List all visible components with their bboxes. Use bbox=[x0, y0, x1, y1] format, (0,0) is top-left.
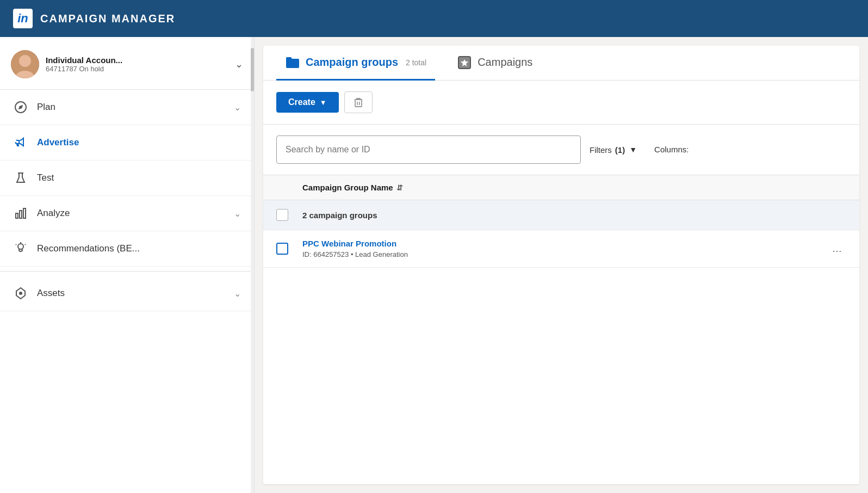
main-content: Campaign groups 2 total Campaigns Create… bbox=[263, 46, 859, 484]
column-header-name: Campaign Group Name ⇵ bbox=[302, 183, 403, 192]
flask-icon bbox=[13, 170, 28, 186]
linkedin-logo-text: in bbox=[17, 11, 28, 26]
app-title: CAMPAIGN MANAGER bbox=[40, 13, 175, 25]
megaphone-icon bbox=[13, 135, 28, 150]
main-layout: Individual Accoun... 64711787 On hold ⌄ … bbox=[0, 37, 868, 493]
svg-line-10 bbox=[16, 244, 16, 245]
filters-chevron-icon: ▼ bbox=[629, 145, 637, 154]
summary-checkbox[interactable] bbox=[276, 209, 288, 221]
toolbar: Create ▼ bbox=[263, 81, 859, 125]
filters-count: (1) bbox=[615, 145, 625, 155]
tab-campaign-groups[interactable]: Campaign groups 2 total bbox=[276, 46, 435, 81]
row-more-button[interactable]: … bbox=[828, 241, 846, 257]
chart-icon bbox=[13, 206, 28, 221]
account-chevron-icon[interactable]: ⌄ bbox=[235, 58, 243, 70]
assets-icon bbox=[13, 286, 28, 301]
sidebar-item-recommendations[interactable]: Recommendations (BE... bbox=[0, 231, 254, 267]
sidebar-label-assets: Assets bbox=[37, 288, 234, 299]
tab-campaigns-label: Campaigns bbox=[478, 56, 532, 69]
search-input[interactable] bbox=[276, 135, 581, 164]
account-id: 64711787 On hold bbox=[46, 65, 228, 73]
create-button[interactable]: Create ▼ bbox=[276, 92, 339, 113]
nav-divider bbox=[0, 271, 254, 272]
tabs-bar: Campaign groups 2 total Campaigns bbox=[263, 46, 859, 81]
svg-rect-16 bbox=[355, 100, 362, 107]
account-name: Individual Accoun... bbox=[46, 56, 228, 65]
svg-point-13 bbox=[19, 292, 22, 295]
svg-point-8 bbox=[18, 244, 23, 249]
sidebar-label-test: Test bbox=[37, 172, 241, 183]
sidebar-item-plan[interactable]: Plan ⌄ bbox=[0, 90, 254, 125]
summary-label: 2 campaign groups bbox=[302, 211, 377, 220]
row-checkbox[interactable] bbox=[276, 243, 288, 255]
svg-point-1 bbox=[19, 55, 31, 67]
sidebar-label-recommendations: Recommendations (BE... bbox=[37, 243, 241, 254]
account-section[interactable]: Individual Accoun... 64711787 On hold ⌄ bbox=[0, 37, 254, 90]
sidebar-scrollbar[interactable] bbox=[251, 37, 254, 493]
compass-icon bbox=[13, 100, 28, 115]
bulb-icon bbox=[13, 241, 28, 256]
trash-icon bbox=[352, 96, 364, 108]
sort-icon[interactable]: ⇵ bbox=[396, 183, 403, 192]
assets-chevron-icon: ⌄ bbox=[234, 288, 241, 299]
search-area: Filters (1) ▼ Columns: bbox=[263, 125, 859, 175]
tab-campaigns[interactable]: Campaigns bbox=[448, 46, 541, 81]
sidebar-item-test[interactable]: Test bbox=[0, 161, 254, 196]
sidebar-item-assets[interactable]: Assets ⌄ bbox=[0, 276, 254, 311]
star-icon bbox=[457, 55, 472, 70]
svg-marker-4 bbox=[18, 105, 23, 109]
sidebar-nav: Plan ⌄ Advertise Test bbox=[0, 90, 254, 311]
sidebar-label-analyze: Analyze bbox=[37, 208, 234, 219]
create-dropdown-icon: ▼ bbox=[320, 98, 327, 107]
svg-line-11 bbox=[25, 244, 26, 245]
sidebar: Individual Accoun... 64711787 On hold ⌄ … bbox=[0, 37, 255, 493]
table-header: Campaign Group Name ⇵ bbox=[263, 175, 859, 200]
sidebar-label-advertise: Advertise bbox=[37, 137, 241, 148]
app-header: in CAMPAIGN MANAGER bbox=[0, 0, 868, 37]
sidebar-label-plan: Plan bbox=[37, 102, 234, 113]
analyze-chevron-icon: ⌄ bbox=[234, 208, 241, 219]
avatar bbox=[11, 50, 39, 78]
row-info: PPC Webinar Promotion ID: 664257523 • Le… bbox=[302, 239, 828, 258]
folder-icon bbox=[285, 55, 300, 70]
tab-campaign-groups-count: 2 total bbox=[406, 58, 426, 67]
account-info: Individual Accoun... 64711787 On hold bbox=[46, 56, 228, 73]
sidebar-item-advertise[interactable]: Advertise bbox=[0, 125, 254, 161]
linkedin-logo: in bbox=[13, 9, 33, 28]
filters-label: Filters bbox=[590, 145, 612, 155]
svg-rect-5 bbox=[16, 213, 18, 218]
columns-label: Columns: bbox=[654, 145, 689, 154]
svg-rect-7 bbox=[23, 208, 26, 218]
table-row: PPC Webinar Promotion ID: 664257523 • Le… bbox=[263, 230, 859, 268]
scrollbar-thumb bbox=[251, 48, 254, 91]
row-meta: ID: 664257523 • Lead Generation bbox=[302, 250, 828, 258]
row-title-link[interactable]: PPC Webinar Promotion bbox=[302, 239, 396, 248]
tab-campaign-groups-label: Campaign groups bbox=[306, 56, 398, 69]
svg-rect-6 bbox=[20, 211, 22, 218]
table-summary-row: 2 campaign groups bbox=[263, 200, 859, 230]
columns-section: Columns: bbox=[654, 145, 689, 155]
delete-button[interactable] bbox=[344, 91, 373, 113]
sidebar-item-analyze[interactable]: Analyze ⌄ bbox=[0, 196, 254, 231]
plan-chevron-icon: ⌄ bbox=[234, 102, 241, 113]
create-label: Create bbox=[288, 97, 315, 107]
filters-button[interactable]: Filters (1) ▼ bbox=[590, 145, 637, 155]
